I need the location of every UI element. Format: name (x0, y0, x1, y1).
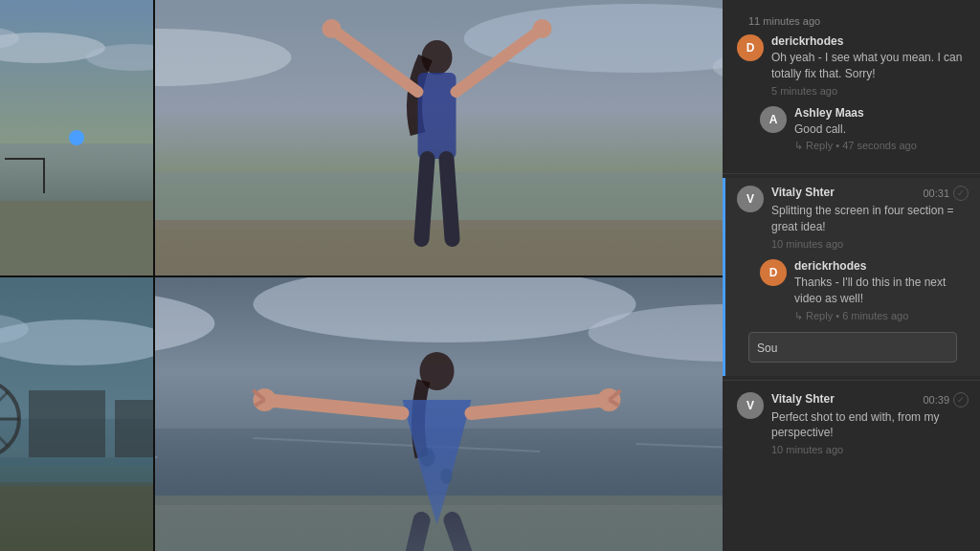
avatar-ashley: A (760, 106, 787, 133)
svg-rect-46 (153, 496, 723, 551)
comment-text-5: Perfect shot to end with, from my perspe… (771, 409, 969, 442)
reply-label[interactable]: Reply (806, 140, 833, 151)
check-icon-3[interactable]: ✓ (953, 186, 969, 201)
playhead-dot (69, 130, 84, 145)
comment-text-4: Thanks - I'll do this in the next video … (794, 275, 969, 307)
svg-point-21 (533, 19, 552, 38)
reply-time: 47 seconds ago (842, 140, 917, 151)
svg-rect-4 (0, 143, 153, 210)
comment-group-3: V Vitaly Shter 00:39 ✓ Perfect shot to e… (723, 385, 980, 474)
comment-author-5: Vitaly Shter (771, 392, 835, 406)
svg-rect-34 (115, 400, 153, 457)
comment-body-2: Ashley Maas Good call. ↳ Reply • 47 seco… (794, 106, 969, 153)
comment-item-1: D derickrhodes Oh yeah - I see what you … (737, 34, 969, 97)
svg-line-58 (414, 520, 422, 551)
reply-icon: ↳ (794, 140, 803, 151)
comment-item-4: D derickrhodes Thanks - I'll do this in … (737, 259, 969, 322)
svg-rect-5 (0, 201, 153, 276)
comment-author-3: Vitaly Shter (771, 186, 835, 199)
video-cell-top-right (153, 0, 723, 276)
video-cell-bottom-right (153, 276, 723, 551)
comment-body-4: derickrhodes Thanks - I'll do this in th… (794, 259, 969, 322)
divider-1 (723, 173, 980, 174)
avatar-derick-2: D (760, 259, 787, 286)
comment-meta-3: 10 minutes ago (771, 238, 969, 250)
svg-rect-35 (0, 482, 153, 551)
comment-meta-5: 10 minutes ago (771, 444, 969, 455)
comment-text-2: Good call. (794, 121, 969, 138)
comment-author-4: derickrhodes (794, 259, 969, 273)
timestamp-top-1: 11 minutes ago (737, 15, 969, 27)
svg-point-49 (441, 469, 453, 484)
comment-item-3: V Vitaly Shter 00:31 ✓ Splitting the scr… (737, 186, 969, 250)
comment-panel: 11 minutes ago D derickrhodes Oh yeah - … (723, 0, 980, 551)
comment-author-2: Ashley Maas (794, 106, 969, 120)
comment-timecode-3: 00:31 ✓ (923, 186, 969, 201)
video-cell-top-left (0, 0, 153, 276)
comment-item-2: A Ashley Maas Good call. ↳ Reply • 47 se… (737, 106, 969, 153)
vertical-separator (153, 0, 155, 551)
avatar-derick-1: D (737, 34, 764, 61)
reply-input[interactable] (757, 342, 948, 355)
check-icon-5[interactable]: ✓ (953, 392, 969, 408)
reply-input-area[interactable] (748, 332, 957, 363)
svg-rect-33 (29, 390, 105, 457)
svg-rect-15 (153, 220, 723, 276)
horizontal-separator (0, 276, 723, 277)
svg-point-48 (420, 448, 435, 467)
comment-meta-2: ↳ Reply • 47 seconds ago (794, 140, 969, 152)
avatar-vitaly-2: V (737, 392, 764, 419)
comment-text-3: Splitting the screen in four section = g… (771, 203, 969, 235)
avatar-vitaly-1: V (737, 186, 764, 212)
comment-body-3: Vitaly Shter 00:31 ✓ Splitting the scree… (771, 186, 969, 250)
divider-2 (723, 380, 980, 381)
svg-rect-36 (0, 457, 153, 486)
comment-group-2: V Vitaly Shter 00:31 ✓ Splitting the scr… (723, 178, 980, 375)
svg-line-59 (453, 520, 464, 551)
comment-timecode-5: 00:39 ✓ (923, 392, 969, 408)
svg-rect-42 (153, 429, 723, 505)
comment-group-1: 11 minutes ago D derickrhodes Oh yeah - … (723, 8, 980, 169)
comment-body-1: derickrhodes Oh yeah - I see what you me… (771, 34, 969, 97)
svg-line-44 (254, 438, 541, 452)
svg-point-20 (323, 19, 342, 38)
comment-body-5: Vitaly Shter 00:39 ✓ Perfect shot to end… (771, 392, 969, 456)
svg-line-22 (422, 159, 428, 239)
timecode-value-3: 00:31 (923, 187, 949, 199)
comment-meta-4: ↳ Reply • 6 minutes ago (794, 310, 969, 322)
svg-line-45 (636, 444, 724, 455)
comment-item-5: V Vitaly Shter 00:39 ✓ Perfect shot to e… (737, 392, 969, 456)
comment-list[interactable]: 11 minutes ago D derickrhodes Oh yeah - … (723, 0, 980, 551)
reply-label-2[interactable]: Reply (806, 310, 833, 321)
video-panel (0, 0, 723, 551)
comment-text-1: Oh yeah - I see what you mean. I can tot… (771, 50, 969, 82)
comment-author-1: derickrhodes (771, 34, 969, 48)
reply-time-2: 6 minutes ago (842, 310, 908, 321)
comment-meta-1: 5 minutes ago (771, 85, 969, 97)
timecode-value-5: 00:39 (923, 394, 949, 406)
comment-header-3: Vitaly Shter 00:31 ✓ (771, 186, 969, 201)
video-cell-bottom-left (0, 276, 153, 551)
svg-line-23 (447, 159, 453, 239)
comment-header-5: Vitaly Shter 00:39 ✓ (771, 392, 969, 408)
svg-rect-17 (418, 73, 457, 159)
reply-icon-2: ↳ (794, 310, 803, 321)
